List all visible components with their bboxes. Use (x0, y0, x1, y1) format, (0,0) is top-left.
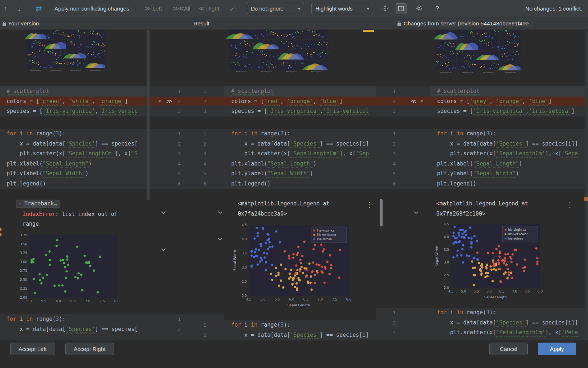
svg-text:3.50: 3.50 (20, 242, 27, 246)
lock-icon (2, 21, 7, 28)
apply-change-right-icon[interactable]: ≫ (166, 97, 172, 107)
code-line: plt.scatter(x['SepalLengthCm'], x['Sepa (430, 149, 588, 159)
line-number: 3 (197, 106, 206, 116)
expand-chevron-icon[interactable] (161, 246, 167, 250)
panel-your-version[interactable]: PetalLengthCmPetalLengthCmPetalLengthCmP… (0, 30, 150, 340)
change-edge-marker (0, 228, 1, 231)
ignore-change-icon[interactable]: × (420, 97, 423, 107)
panel-server-version[interactable]: PetalLengthCmPetalLengthCmPetalLengthCmP… (430, 30, 588, 340)
left-panel-scrollbar[interactable] (147, 30, 150, 200)
code-cell-forloop[interactable]: for i in range(3): x = data[data['Specie… (430, 129, 588, 189)
svg-text:6.0: 6.0 (56, 299, 61, 303)
accept-right-button[interactable]: Accept Right (65, 343, 114, 355)
code-line: plt.ylabel("Sepal Width") (224, 169, 376, 179)
code-cell-forloop-2[interactable]: for i in range(3): x = data[data['Specie… (430, 308, 588, 340)
kebab-menu-icon[interactable]: ⋮ (566, 200, 573, 209)
expand-chevron-icon[interactable] (413, 209, 419, 213)
previous-change-button[interactable]: ↑ (4, 5, 7, 13)
change-connector (150, 129, 224, 189)
side-by-side-layout-toggle[interactable] (396, 3, 407, 14)
merge-content: PetalLengthCmPetalLengthCmPetalLengthCmP… (0, 30, 588, 340)
line-number: 2 (171, 324, 181, 335)
code-line: plt.xlabel("Sepal Length") (430, 159, 588, 169)
scatter-plot-output: 2.02.53.03.54.04.54.55.05.56.06.57.07.58… (232, 223, 352, 310)
code-cell-forloop[interactable]: for i in range(3): x = data[data['Specie… (0, 129, 150, 189)
magic-resolve-icon[interactable] (229, 5, 236, 13)
code-cell-scatterplot[interactable]: # scatterplotcolors = ['grey', 'orange',… (430, 86, 588, 116)
traceback-collapsed-toggle[interactable]: +Traceback… (16, 200, 60, 208)
code-cell-forloop-2[interactable]: for i in range(3): x = data[data['Specie… (224, 320, 376, 340)
next-change-button[interactable]: ↓ (17, 5, 21, 13)
lock-icon (397, 21, 401, 28)
apply-right-side-button[interactable]: ≪ Right (198, 0, 219, 17)
line-number: 5 (386, 169, 396, 179)
pairplot-image: PetalLengthCmPetalLengthCmPetalLengthCmP… (225, 30, 328, 73)
apply-left-side-button[interactable]: ≫ Left (144, 0, 162, 17)
code-cell-scatterplot[interactable]: # scatterplotcolors = ['green', 'white',… (0, 86, 150, 116)
svg-text:4.0: 4.0 (444, 235, 449, 239)
apply-all-non-conflicting-icon[interactable]: ⇄ (36, 4, 42, 13)
svg-text:3.75: 3.75 (20, 233, 27, 237)
merge-gutter-right: 123123456123≪× (376, 30, 430, 340)
gear-icon[interactable] (415, 5, 422, 13)
apply-button[interactable]: Apply (538, 343, 576, 355)
merge-headers: Your version Result Changes from server … (0, 17, 588, 30)
line-number: 4 (171, 159, 181, 169)
conflict-scroll-marker[interactable] (584, 197, 588, 201)
svg-text:2.00: 2.00 (20, 296, 27, 299)
code-cell-forloop-2[interactable]: for i in range(3): x = data[data['Specie… (0, 314, 150, 340)
apply-all-label: All (184, 5, 190, 12)
svg-text:7.5: 7.5 (525, 290, 530, 293)
line-number: 1 (386, 129, 396, 139)
svg-text:4.0: 4.0 (242, 237, 247, 241)
svg-text:3.0: 3.0 (242, 266, 247, 269)
output-text: <matplotlib.legend.Legend at (238, 199, 376, 209)
line-number: 3 (386, 106, 396, 116)
accept-left-button[interactable]: Accept Left (10, 343, 55, 355)
line-number: 4 (197, 159, 206, 169)
double-chevron-right-icon: ≫ (144, 5, 151, 12)
cancel-button[interactable]: Cancel (489, 343, 528, 355)
expand-chevron-icon[interactable] (161, 209, 167, 213)
svg-text:Iris-setosa: Iris-setosa (508, 237, 523, 240)
output-text: <matplotlib.legend.Legend at (436, 199, 588, 209)
expand-chevron-icon[interactable] (217, 209, 223, 213)
window-scrollbar-track[interactable] (585, 30, 588, 340)
line-number: 6 (197, 179, 206, 189)
svg-text:Sepal Width: Sepal Width (233, 250, 237, 271)
code-line: for i in range(3): (224, 320, 376, 330)
collapse-unchanged-icon[interactable] (382, 5, 388, 13)
code-line: # scatterplot (224, 86, 376, 97)
panel-result[interactable]: PetalLengthCmPetalLengthCmPetalLengthCmP… (224, 30, 376, 340)
line-number: 1 (171, 129, 181, 139)
svg-text:7.0: 7.0 (512, 290, 518, 293)
expand-plus-icon: + (18, 202, 22, 206)
highlight-mode-dropdown[interactable]: Highlight words ▾ (311, 3, 373, 14)
svg-text:2.5: 2.5 (242, 280, 247, 283)
scatter-plot-output: 2.02.53.03.54.04.54.55.05.56.06.57.07.58… (434, 222, 543, 302)
kebab-menu-icon[interactable]: ⋮ (366, 200, 373, 209)
svg-text:3.5: 3.5 (242, 252, 247, 255)
code-line: plt.scatter(x['PetalLengthCm'], x['Peta (430, 328, 588, 338)
bottom-action-bar: Accept Left Accept Right Cancel Apply (0, 340, 588, 368)
code-cell-scatterplot[interactable]: # scatterplotcolors = ['red', 'orange', … (224, 86, 376, 116)
result-panel-scrollbar[interactable] (380, 199, 383, 226)
svg-text:PetalLengthCm: PetalLengthCm (311, 71, 322, 73)
code-line: for i in range(3): (430, 129, 588, 139)
apply-all-sides-button[interactable]: ≫≪ All (173, 0, 190, 17)
apply-change-left-icon[interactable]: ≪ (411, 97, 417, 107)
apply-right-side-label: Right (206, 5, 219, 12)
ignore-policy-dropdown[interactable]: Do not ignore ▾ (247, 3, 304, 14)
selected-cell-marker (363, 30, 374, 32)
help-icon[interactable]: ? (436, 0, 439, 17)
expand-chevron-icon[interactable] (217, 236, 223, 239)
line-number: 2 (171, 139, 181, 149)
svg-text:6.5: 6.5 (303, 298, 309, 301)
ignore-change-icon[interactable]: × (158, 97, 161, 107)
svg-text:PetalLengthCm: PetalLengthCm (286, 71, 297, 73)
line-number: 2 (197, 330, 206, 340)
line-number: 2 (171, 97, 181, 107)
apply-left-side-label: Left (152, 5, 162, 12)
change-edge-marker (0, 233, 1, 236)
code-cell-forloop[interactable]: for i in range(3): x = data[data['Specie… (224, 129, 376, 189)
